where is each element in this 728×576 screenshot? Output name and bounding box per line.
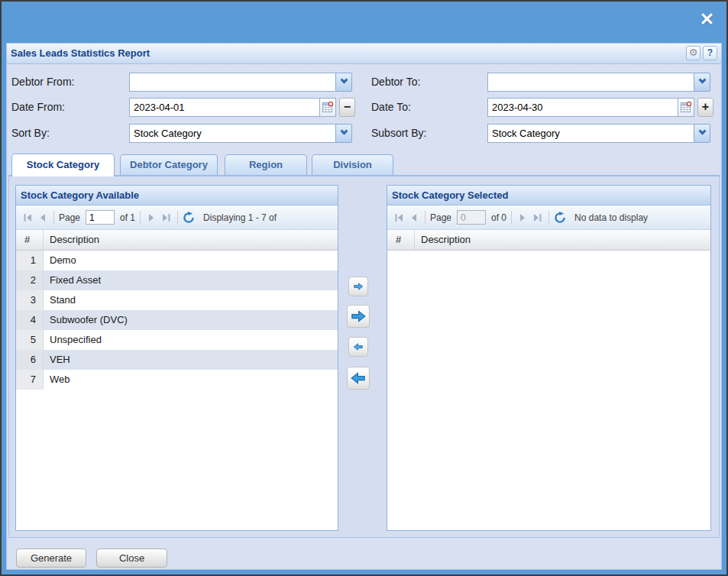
row-number: 3 xyxy=(16,290,44,310)
available-grid-body: 1 Demo 2 Fixed Asset 3 Stand 4 Subwoofer… xyxy=(16,251,338,390)
available-status-text: Displaying 1 - 7 of xyxy=(203,212,277,223)
page-of-label: of 0 xyxy=(491,212,506,223)
first-page-icon xyxy=(393,212,405,224)
chevron-down-icon xyxy=(698,128,706,135)
table-row[interactable]: 2 Fixed Asset xyxy=(16,270,338,290)
chevron-down-icon xyxy=(698,76,706,84)
tab-panel-body: Stock Category Available Page of 1 xyxy=(8,175,720,538)
column-header-number[interactable]: # xyxy=(387,230,415,250)
last-page-button[interactable] xyxy=(159,210,174,225)
row-number: 2 xyxy=(16,270,44,290)
sort-by-combo[interactable]: Stock Category xyxy=(129,124,352,143)
first-page-button[interactable] xyxy=(20,210,35,225)
debtor-from-label: Debtor From: xyxy=(11,73,74,92)
table-row[interactable]: 6 VEH xyxy=(16,350,338,370)
row-number: 6 xyxy=(16,350,44,370)
row-description: Web xyxy=(44,370,338,390)
tab-region[interactable]: Region xyxy=(225,154,307,175)
generate-button[interactable]: Generate xyxy=(16,548,86,568)
arrow-left-icon xyxy=(353,341,364,352)
row-description: Stand xyxy=(44,290,338,310)
debtor-from-combo[interactable] xyxy=(129,73,352,92)
available-column-header: # Description xyxy=(16,230,338,251)
row-number: 4 xyxy=(16,310,44,330)
sort-by-value[interactable]: Stock Category xyxy=(129,124,335,143)
date-to-label: Date To: xyxy=(371,98,411,117)
chevron-down-icon xyxy=(340,76,348,84)
remove-all-button[interactable] xyxy=(347,367,370,390)
column-header-description[interactable]: Description xyxy=(44,230,338,250)
page-title: Sales Leads Statistics Report xyxy=(7,44,721,63)
page-label: Page xyxy=(430,212,451,223)
arrow-right-icon xyxy=(351,309,366,324)
debtor-from-dropdown-button[interactable] xyxy=(335,73,352,92)
selected-status-text: No data to display xyxy=(574,212,648,223)
tab-division[interactable]: Division xyxy=(312,154,393,175)
refresh-button[interactable] xyxy=(552,210,568,225)
column-header-number[interactable]: # xyxy=(16,230,44,250)
column-header-description[interactable]: Description xyxy=(415,230,710,250)
tab-debtor-category[interactable]: Debtor Category xyxy=(120,154,218,175)
subsort-by-dropdown-button[interactable] xyxy=(694,124,710,143)
table-row[interactable]: 1 Demo xyxy=(16,251,338,270)
sort-by-dropdown-button[interactable] xyxy=(335,124,352,143)
remove-selected-button[interactable] xyxy=(348,337,368,357)
chevron-down-icon xyxy=(340,128,348,135)
refresh-button[interactable] xyxy=(181,210,196,225)
date-to-calendar-button[interactable] xyxy=(678,98,694,117)
close-icon[interactable]: ✕ xyxy=(700,11,714,28)
selected-grid-title: Stock Category Selected xyxy=(387,186,710,205)
date-from-field: − xyxy=(129,98,355,117)
toolbar-separator xyxy=(140,211,141,224)
debtor-to-value[interactable] xyxy=(487,73,694,92)
next-page-button[interactable] xyxy=(515,210,530,225)
date-to-input[interactable] xyxy=(487,98,678,117)
debtor-to-dropdown-button[interactable] xyxy=(694,73,710,92)
date-to-field: + xyxy=(487,98,713,117)
selected-paging-toolbar: Page of 0 No data to display xyxy=(387,205,710,230)
date-to-increment-button[interactable]: + xyxy=(697,98,713,117)
selected-grid-panel: Stock Category Selected Page of 0 xyxy=(387,185,711,531)
toolbar-separator xyxy=(53,211,54,224)
add-all-button[interactable] xyxy=(347,305,370,328)
date-from-calendar-button[interactable] xyxy=(320,98,336,117)
prev-page-button[interactable] xyxy=(35,210,50,225)
last-page-icon xyxy=(532,212,544,224)
calendar-icon xyxy=(322,102,334,113)
prev-page-button[interactable] xyxy=(406,210,422,225)
table-row[interactable]: 5 Unspecified xyxy=(16,330,338,350)
add-selected-button[interactable] xyxy=(348,277,368,296)
available-paging-toolbar: Page of 1 Displaying 1 - 7 of xyxy=(16,205,338,230)
debtor-from-value[interactable] xyxy=(129,73,335,92)
last-page-button[interactable] xyxy=(530,210,545,225)
first-page-button[interactable] xyxy=(391,210,406,225)
subsort-by-value[interactable]: Stock Category xyxy=(487,124,694,143)
gear-icon[interactable]: ⚙ xyxy=(686,46,700,60)
selected-column-header: # Description xyxy=(387,230,710,251)
row-description: Demo xyxy=(44,251,338,270)
available-page-input[interactable] xyxy=(86,210,115,225)
next-page-button[interactable] xyxy=(144,210,159,225)
dialog-window: ✕ Sales Leads Statistics Report ⚙ ? Debt… xyxy=(0,0,728,576)
table-row[interactable]: 4 Subwoofer (DVC) xyxy=(16,310,338,330)
selected-page-input[interactable] xyxy=(457,210,486,225)
table-row[interactable]: 3 Stand xyxy=(16,290,338,310)
next-page-icon xyxy=(516,212,529,224)
toolbar-separator xyxy=(548,211,549,224)
date-from-decrement-button[interactable]: − xyxy=(339,98,355,117)
debtor-to-combo[interactable] xyxy=(487,73,710,92)
calendar-icon xyxy=(681,102,692,113)
close-button[interactable]: Close xyxy=(96,548,167,568)
subsort-by-combo[interactable]: Stock Category xyxy=(487,124,710,143)
panel-header: Sales Leads Statistics Report ⚙ ? xyxy=(7,44,721,64)
table-row[interactable]: 7 Web xyxy=(16,370,338,390)
prev-page-icon xyxy=(408,212,420,224)
tab-stock-category[interactable]: Stock Category xyxy=(11,154,115,176)
refresh-icon xyxy=(554,212,566,224)
toolbar-separator xyxy=(177,211,178,224)
date-from-input[interactable] xyxy=(129,98,320,117)
prev-page-icon xyxy=(37,212,49,224)
sort-by-label: Sort By: xyxy=(11,124,50,143)
help-icon[interactable]: ? xyxy=(703,46,717,60)
last-page-icon xyxy=(160,212,173,224)
